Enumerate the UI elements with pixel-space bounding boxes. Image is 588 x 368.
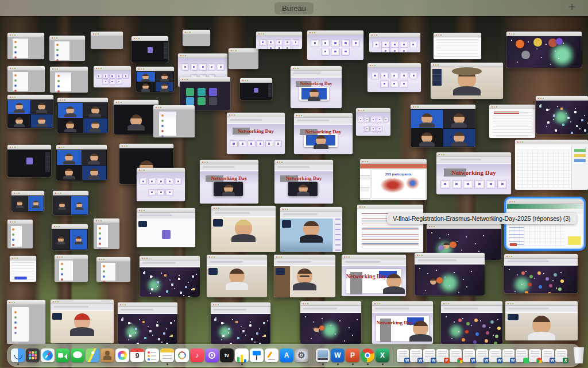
window-thumbnail-bshare[interactable] (137, 208, 195, 247)
calendar-icon[interactable]: 9 (130, 348, 144, 362)
window-thumbnail-bstar[interactable] (140, 256, 200, 297)
window-thumbnail-video2p[interactable] (53, 191, 88, 215)
window-thumbnail-bstargreen[interactable] (300, 301, 361, 344)
window-thumbnail-graysm[interactable] (229, 48, 258, 69)
minimized-window-ppt[interactable]: P (436, 349, 448, 362)
window-thumbnail-bredhair[interactable] (51, 300, 114, 343)
window-thumbnail-chat[interactable] (7, 66, 45, 92)
window-thumbnail-bstardots[interactable] (441, 301, 502, 344)
window-thumbnail-teamsvideo[interactable] (136, 67, 174, 92)
window-thumbnail-chat[interactable] (7, 33, 44, 59)
window-thumbnail-chat[interactable] (96, 257, 130, 282)
window-thumbnail-teamsvideo[interactable] (56, 145, 107, 181)
window-thumbnail-bstar[interactable] (211, 302, 270, 344)
window-thumbnail-teamsvideo[interactable] (57, 98, 108, 133)
appstore-icon[interactable]: A (280, 348, 293, 362)
podcasts-icon[interactable] (205, 348, 219, 362)
window-thumbnail-videohat[interactable] (431, 63, 503, 99)
excel-icon[interactable]: X (376, 348, 389, 362)
window-thumbnail-bslidevideo[interactable]: Networking Day (291, 66, 342, 108)
window-thumbnail-bslides[interactable]: Networking Day (436, 152, 511, 194)
minimized-window-numbers[interactable] (516, 349, 528, 362)
window-thumbnail-teamsdark[interactable] (7, 145, 51, 177)
minimized-window-excel[interactable]: X (555, 349, 567, 362)
contacts-icon[interactable] (100, 348, 114, 362)
window-thumbnail-video2p[interactable] (11, 191, 44, 212)
minimized-window-chrome[interactable] (450, 349, 462, 362)
word-icon[interactable]: W (331, 348, 345, 362)
window-thumbnail-bstardots[interactable] (504, 254, 578, 293)
window-thumbnail-docemail[interactable] (357, 205, 423, 252)
minimized-window-word[interactable]: W (502, 349, 514, 362)
window-thumbnail-bvideoman[interactable] (505, 301, 578, 340)
window-thumbnail-bstargreen[interactable] (415, 253, 485, 296)
window-thumbnail-tables[interactable] (356, 108, 390, 136)
window-thumbnail-tables[interactable] (369, 33, 420, 52)
minimized-window-chrome[interactable] (529, 349, 541, 362)
window-thumbnail-chatpurple[interactable] (50, 67, 88, 93)
minimized-window-word[interactable]: W (476, 349, 488, 362)
window-thumbnail-tables[interactable] (94, 66, 131, 87)
window-thumbnail-bslidevideo2[interactable]: Networking Day (200, 160, 258, 204)
window-thumbnail-bvideowoman[interactable] (274, 255, 335, 297)
window-thumbnail-tables[interactable] (307, 30, 363, 60)
window-thumbnail-star[interactable] (536, 96, 588, 134)
window-thumbnail-teamsvideo[interactable] (411, 105, 475, 147)
photos-icon[interactable] (115, 348, 129, 362)
messages-icon[interactable] (71, 348, 84, 362)
window-thumbnail-bslides[interactable]: Networking Day (227, 113, 285, 154)
minimized-window-word[interactable]: W (423, 349, 435, 362)
window-thumbnail-teamsvideo[interactable] (7, 95, 53, 128)
numbers-icon[interactable] (235, 348, 249, 362)
window-thumbnail-chat[interactable] (7, 300, 45, 344)
window-thumbnail-sheetpanel[interactable] (515, 140, 588, 190)
window-thumbnail-berasmus[interactable]: Networking Day (372, 301, 433, 344)
minimized-window-word[interactable]: W (397, 349, 409, 362)
window-thumbnail-bstar[interactable] (118, 302, 177, 344)
safari-icon[interactable] (41, 348, 55, 362)
window-thumbnail-tables[interactable] (368, 63, 421, 92)
minimized-window-word[interactable]: W (463, 349, 475, 362)
window-thumbnail-berasmus[interactable]: Networking Day (342, 255, 406, 296)
facetime-icon[interactable] (56, 348, 69, 362)
window-thumbnail-doc[interactable] (434, 33, 481, 59)
window-thumbnail-chatpurple[interactable] (153, 105, 195, 137)
minimized-window-word[interactable]: W (542, 349, 554, 362)
notes-icon[interactable] (160, 348, 174, 362)
window-thumbnail-tables[interactable] (256, 32, 302, 49)
settings-icon[interactable]: ⚙ (295, 348, 308, 362)
window-thumbnail-pptwordcloud[interactable]: 203 participants (360, 159, 427, 200)
window-thumbnail-bslidevideo[interactable]: Networking Day (294, 113, 353, 154)
window-thumbnail-graysm[interactable] (91, 32, 123, 49)
window-thumbnail-chat[interactable] (49, 36, 85, 61)
window-thumbnail-graysm[interactable] (183, 30, 210, 46)
pages-icon[interactable] (265, 348, 278, 362)
window-thumbnail-starbig[interactable] (506, 32, 582, 68)
powerpoint-icon[interactable]: P (346, 348, 359, 362)
minimized-window-word[interactable]: W (489, 349, 501, 362)
window-thumbnail-bvideoman[interactable] (207, 255, 267, 297)
window-thumbnail-bvideoblonde[interactable] (211, 206, 276, 252)
window-thumbnail-bslidevideo2[interactable]: Networking Day (274, 160, 333, 204)
freeform-icon[interactable] (175, 348, 189, 362)
window-thumbnail-bmountains[interactable] (280, 207, 342, 252)
screenshare-icon[interactable] (316, 348, 330, 362)
minimized-window-word[interactable]: W (410, 349, 422, 362)
window-thumbnail-chat[interactable] (55, 255, 88, 282)
reminders-icon[interactable] (145, 348, 159, 362)
window-thumbnail-tables[interactable] (137, 168, 185, 201)
keynote-icon[interactable] (250, 348, 264, 362)
chrome-icon[interactable] (361, 348, 374, 362)
window-thumbnail-teamsdark[interactable] (240, 78, 272, 100)
tv-icon[interactable]: tv (220, 348, 234, 362)
window-thumbnail-teamsdark[interactable] (131, 36, 168, 63)
finder-icon[interactable] (11, 348, 25, 362)
maps-icon[interactable] (86, 348, 99, 362)
window-thumbnail-video2p[interactable] (52, 224, 88, 250)
music-icon[interactable]: ♪ (190, 348, 204, 362)
window-thumbnail-chat[interactable] (94, 218, 119, 249)
window-thumbnail-docred[interactable] (489, 105, 535, 138)
launchpad-icon[interactable] (26, 348, 40, 362)
window-thumbnail-chat[interactable] (7, 220, 33, 248)
window-thumbnail-teamsface[interactable] (114, 100, 158, 135)
